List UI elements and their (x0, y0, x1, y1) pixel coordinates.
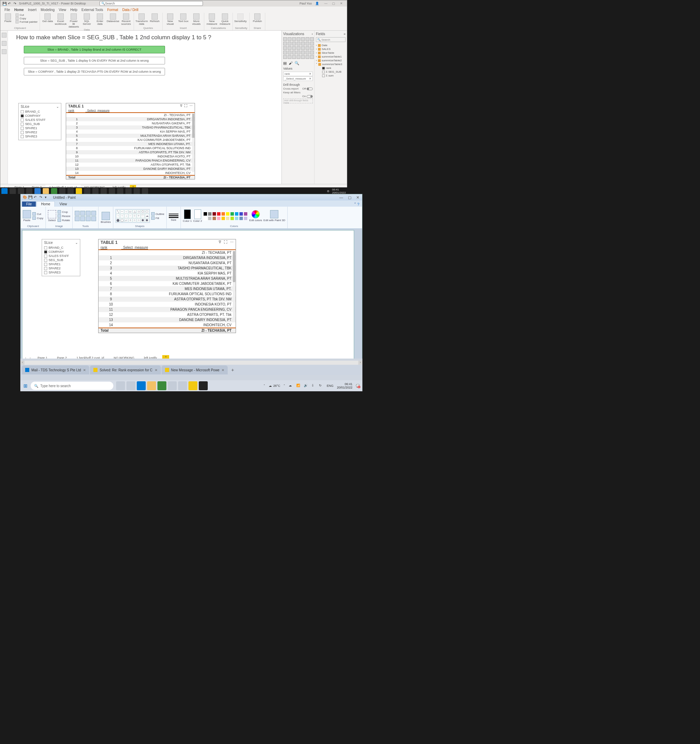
color-palette[interactable] (203, 212, 248, 216)
shape-icon[interactable]: ◇ (137, 210, 140, 214)
network-icon[interactable]: 📶 (296, 384, 300, 388)
shape-icon[interactable]: ⬠ (141, 210, 145, 214)
shape-icon[interactable]: △ (133, 210, 136, 214)
viz-type-icon[interactable] (310, 42, 314, 45)
table-row[interactable]: 3TAISHO PHARMACEUTICAL, TBK (66, 125, 195, 129)
color-swatch[interactable] (226, 216, 230, 220)
slicer-option[interactable]: SPARE2 (44, 266, 78, 270)
table-row[interactable]: 10INDONESIA KOITO, PT (98, 302, 235, 307)
format-tab-icon[interactable]: 🖌 (289, 61, 292, 65)
cortana-icon[interactable] (116, 381, 125, 390)
slicer-visual[interactable]: SLice⌄ BRAND_CCOMPANYSALES STAFFSEG_SUBS… (18, 103, 61, 140)
data-view-icon[interactable] (2, 41, 6, 46)
viz-type-icon[interactable] (296, 51, 300, 54)
rotate-button[interactable]: Rotate (58, 219, 70, 222)
table-row[interactable]: 6KAI COMMUTER JABODETABEK, PT (98, 281, 235, 286)
volume-icon[interactable]: 🔊 (304, 384, 308, 388)
recent-sources-button[interactable]: Recent sources (121, 13, 132, 25)
magnifier-icon[interactable] (80, 216, 85, 221)
slicer-option[interactable]: SEG_SUB (44, 258, 78, 262)
tab-view[interactable]: View (59, 8, 67, 12)
slicer-option[interactable]: SALES STAFF (21, 118, 59, 122)
table-row[interactable]: 11PARAGON PANCA ENGINEERING, CV (66, 158, 195, 162)
color2-button[interactable]: Color 2 (193, 210, 202, 223)
table-row[interactable]: 8FURUKAWA OPTICAL SOLUTIONS IND (98, 292, 235, 296)
paste-button[interactable]: Paste (2, 13, 13, 23)
viz-type-icon[interactable] (296, 42, 300, 45)
slicer-option[interactable]: BRAND_C (44, 246, 78, 250)
field-well-select-measure[interactable]: _Select_measure✕ (283, 76, 313, 81)
shape-icon[interactable]: ⬟ (141, 219, 145, 222)
viz-type-icon[interactable] (287, 46, 292, 50)
slicer-option[interactable]: SEG_SUB (21, 122, 59, 126)
scroll-right-icon[interactable]: › (358, 361, 362, 365)
shape-icon[interactable]: ☆ (133, 219, 136, 222)
model-view-icon[interactable] (2, 49, 6, 54)
tray-icon[interactable]: ⚙ (327, 190, 329, 193)
paint-icon[interactable] (178, 381, 187, 390)
slicer-option[interactable]: SPARE3 (21, 134, 59, 138)
filter-icon[interactable]: ∇ (180, 104, 182, 108)
chevron-up-icon[interactable]: ˄ (283, 384, 285, 387)
new-tab-button[interactable]: + (228, 367, 237, 373)
slicer-option[interactable]: COMPANY (21, 114, 59, 118)
viz-type-icon[interactable] (305, 37, 309, 41)
color-swatch[interactable] (235, 216, 239, 220)
table-row[interactable]: 12ASTRA OTOPARTS, PT. Tbk (66, 162, 195, 167)
shape-icon[interactable]: ♡ (141, 214, 145, 218)
field-table[interactable]: ›summrizeTable2 (316, 58, 346, 62)
color-swatch[interactable] (230, 212, 234, 216)
minimize-ribbon-icon[interactable]: ˄ (354, 202, 356, 206)
color-swatch[interactable] (208, 212, 212, 216)
table-row[interactable]: 2NUSANTARA GIKENFA, PT (66, 121, 195, 125)
table-row[interactable]: 12ASTRA OTOPARTS, PT. Tbk (98, 312, 235, 317)
viz-type-icon[interactable] (310, 51, 314, 54)
taskbar-search[interactable]: 🔍Type here to search (31, 382, 113, 390)
field-column[interactable]: Σ sum (316, 74, 346, 77)
viz-type-icon[interactable] (301, 55, 305, 59)
store-icon[interactable] (158, 381, 166, 390)
minimize-icon[interactable]: — (322, 2, 329, 5)
table-visual[interactable]: TABLE 1 ∇ ⛶ ⋯ rank _Select_measure ZI - … (66, 103, 195, 180)
viz-type-icon[interactable] (296, 55, 300, 59)
sync-icon[interactable]: ↻ (319, 384, 323, 388)
lang-indicator[interactable]: ENG (326, 384, 334, 387)
app-icon[interactable] (101, 188, 107, 194)
more-visuals-button[interactable]: More visuals (191, 13, 202, 25)
viz-type-icon[interactable] (305, 55, 309, 59)
user-name[interactable]: Paul Yoo (299, 2, 312, 5)
scroll-left-icon[interactable]: ‹ (20, 361, 24, 365)
pbi-datasets-button[interactable]: Power BI datasets (68, 13, 79, 28)
viz-gallery[interactable] (283, 37, 313, 59)
cortana-icon[interactable] (18, 188, 24, 194)
viz-type-icon[interactable] (283, 55, 287, 59)
shape-icon[interactable]: ▱ (124, 219, 128, 222)
viz-type-icon[interactable] (305, 42, 309, 45)
browser-tab-solved[interactable]: Solved: Re: Rank expression for C✕ (90, 366, 161, 374)
field-table[interactable]: ˅summrizeTable3 (316, 62, 346, 66)
field-well-rank[interactable]: rank✕ (283, 71, 313, 76)
collapse-icon[interactable]: › (312, 32, 313, 36)
outlook-icon[interactable] (137, 381, 146, 390)
get-data-button[interactable]: Get data (42, 13, 53, 23)
select-button[interactable]: Select (48, 210, 56, 222)
minimize-icon[interactable]: — (339, 195, 343, 200)
format-painter-button[interactable]: Format painter (15, 20, 37, 24)
tab-datadrill[interactable]: Data / Drill (122, 8, 139, 12)
shape-icon[interactable]: ⬡ (145, 210, 149, 214)
viz-type-icon[interactable] (292, 46, 296, 50)
table-row[interactable]: 13DANONE DAIRY INDONESIA, PT (98, 317, 235, 322)
text-icon[interactable] (86, 211, 91, 216)
slicer-option[interactable]: SPARE3 (44, 270, 78, 275)
fields-tab-icon[interactable]: ▤ (283, 61, 287, 65)
help-icon[interactable]: ? (357, 202, 359, 206)
color-swatch[interactable] (226, 212, 230, 216)
app-icon[interactable] (134, 188, 140, 194)
keep-filters-toggle[interactable] (307, 95, 313, 98)
onedrive-icon[interactable]: ☁ (289, 384, 293, 388)
new-measure-button[interactable]: New measure (206, 13, 217, 25)
table-row[interactable]: 3TAISHO PHARMACEUTICAL, TBK (98, 266, 235, 271)
shape-icon[interactable]: ☆ (133, 214, 136, 218)
table-row[interactable]: 9ASTRA OTOPARTS, PT Tbk DIV. NM (66, 150, 195, 154)
tab-help[interactable]: Help (70, 8, 77, 12)
